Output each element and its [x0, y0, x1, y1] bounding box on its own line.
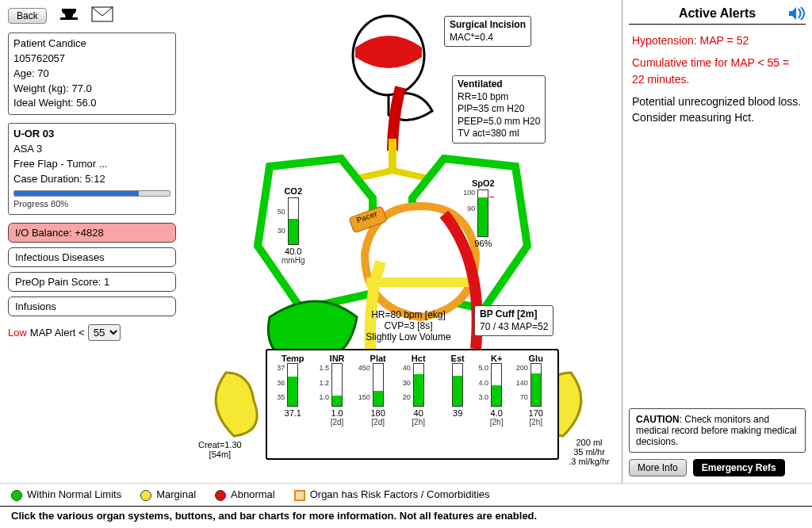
bp-title: BP Cuff [2m]: [480, 308, 548, 321]
lab-inr[interactable]: INR1.51.21.01.0[2d]: [330, 354, 345, 457]
bp-value: 70 / 43 MAP=52: [480, 321, 548, 334]
footer-instructions: Click the various organ systems, buttons…: [0, 506, 812, 528]
asa-status: ASA 3: [13, 142, 170, 157]
spo2-gauge[interactable]: SpO2 100 90 96%: [472, 178, 495, 248]
vent-title: Ventilated: [458, 78, 540, 91]
phone-icon[interactable]: [59, 6, 79, 25]
lab-plat[interactable]: Plat450150180[2d]: [370, 354, 386, 457]
or-room: U-OR 03: [13, 127, 170, 142]
back-button[interactable]: Back: [8, 8, 47, 24]
progress-text: Progress 80%: [13, 198, 170, 211]
map-alert-row: Low MAP Alert < 55: [8, 324, 176, 341]
vent-pip: PIP=35 cm H20: [458, 103, 540, 116]
labs-panel[interactable]: Temp37363537.1INR1.51.21.01.0[2d]Plat450…: [266, 349, 559, 460]
case-duration: Case Duration: 5:12: [13, 172, 170, 187]
alerts-title: Active Alerts: [629, 6, 806, 25]
more-info-button[interactable]: More Info: [629, 459, 687, 476]
surgical-incision-box[interactable]: Surgical Incision MAC*=0.4: [444, 16, 531, 47]
creatinine-text: Creat=1.30 [54m]: [198, 440, 242, 459]
legend-risk: Organ has Risk Factors / Comorbidities: [294, 488, 490, 501]
legend-normal: Within Normal Limits: [11, 488, 121, 501]
incision-mac: MAC*=0.4: [450, 32, 526, 44]
emergency-refs-button[interactable]: Emergency Refs: [693, 459, 785, 476]
urine-output: 200 ml 35 ml/hr .3 ml/kg/hr: [561, 438, 617, 466]
co2-gauge[interactable]: CO2 50 30 40.0 mmHg: [282, 186, 304, 265]
vent-peep: PEEP=5.0 mm H20: [458, 116, 540, 128]
alert-bloodloss: Potential unrecognized blood loss. Consi…: [632, 94, 802, 126]
infusions-button[interactable]: Infusions: [8, 297, 176, 316]
caution-label: CAUTION: [636, 414, 680, 425]
bp-cuff-box[interactable]: BP Cuff [2m] 70 / 43 MAP=52: [474, 305, 553, 336]
alert-cumulative: Cumulative time for MAP < 55 = 22 minute…: [632, 55, 802, 87]
patient-name: Patient Candice: [13, 36, 170, 52]
heart-vol: Slightly Low Volume: [361, 331, 456, 342]
progress-bar: [13, 190, 170, 197]
lab-glu[interactable]: Glu20014070170[2h]: [529, 354, 543, 457]
caution-box: CAUTION: Check monitors and medical reco…: [629, 408, 806, 453]
infectious-button[interactable]: Infectious Diseases: [8, 247, 176, 267]
svg-rect-0: [60, 17, 78, 20]
patient-panel: Patient Candice 105762057 Age: 70 Weight…: [8, 33, 176, 115]
lab-hct[interactable]: Hct40302040[2h]: [412, 354, 426, 457]
svg-rect-3: [366, 277, 473, 287]
mail-icon[interactable]: [91, 6, 113, 25]
procedure: Free Flap - Tumor ...: [13, 157, 170, 172]
speaker-icon[interactable]: [788, 6, 806, 23]
map-alert-label: MAP Alert <: [30, 327, 85, 339]
patient-age: Age: 70: [13, 67, 170, 82]
map-low-label: Low: [8, 327, 27, 339]
vent-tv: TV act=380 ml: [458, 128, 540, 140]
heart-cvp: CVP=3 [8s]: [361, 320, 456, 331]
patient-weight: Weight (kg): 77.0: [13, 82, 170, 97]
legend-marginal: Marginal: [140, 488, 196, 501]
legend: Within Normal Limits Marginal Abnormal O…: [0, 483, 812, 506]
legend-abnormal: Abnormal: [215, 488, 275, 501]
map-threshold-select[interactable]: 55: [88, 324, 121, 341]
heart-hr: HR=80 bpm [ekg]: [361, 309, 456, 320]
heart-info[interactable]: HR=80 bpm [ekg] CVP=3 [8s] Slightly Low …: [361, 309, 456, 342]
io-balance-button[interactable]: I/O Balance: +4828: [8, 223, 176, 243]
vent-rr: RR=10 bpm: [458, 91, 540, 104]
patient-ideal-weight: Ideal Weight: 56.0: [13, 96, 170, 111]
ventilated-box[interactable]: Ventilated RR=10 bpm PIP=35 cm H20 PEEP=…: [452, 75, 546, 143]
anatomy-view[interactable]: Surgical Incision MAC*=0.4 Ventilated RR…: [182, 0, 622, 483]
lab-est[interactable]: Est39: [451, 354, 465, 457]
lab-temp[interactable]: Temp37363537.1: [282, 354, 304, 457]
preop-pain-button[interactable]: PreOp Pain Score: 1: [8, 272, 176, 292]
lab-k+[interactable]: K+5.04.03.04.0[2h]: [490, 354, 504, 457]
alert-hypotension: Hypotension: MAP = 52: [632, 33, 802, 48]
case-panel: U-OR 03 ASA 3 Free Flap - Tumor ... Case…: [8, 123, 176, 214]
incision-title: Surgical Incision: [450, 19, 526, 32]
patient-id: 105762057: [13, 52, 170, 67]
